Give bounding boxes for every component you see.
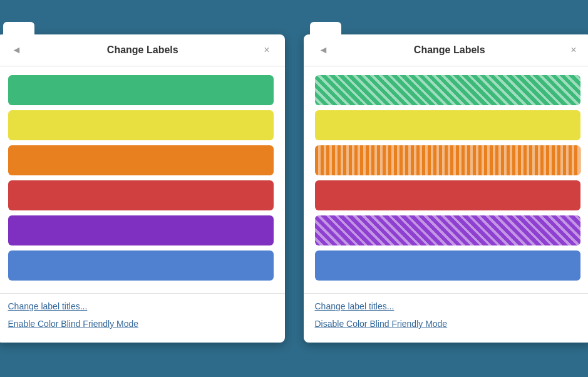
label-bar-blue-plain[interactable] [315, 250, 580, 281]
panel1-wrapper: ◄ Change Labels × Change label titles...… [0, 34, 285, 343]
panel2-accessibility-link[interactable]: Disable Color Blind Friendly Mode [315, 318, 580, 330]
panel2-back-button[interactable]: ◄ [315, 43, 333, 57]
panel2-footer: Change label titles... Disable Color Bli… [304, 293, 589, 330]
label-bar-yellow[interactable] [8, 110, 274, 140]
panel1-close-button[interactable]: × [260, 43, 273, 57]
panel1-header: ◄ Change Labels × [0, 34, 285, 66]
panel2-title: Change Labels [332, 44, 567, 56]
panel2-change-titles-link[interactable]: Change label titles... [315, 300, 580, 312]
panel1-labels [0, 66, 285, 289]
label-bar-purple-pattern[interactable] [315, 215, 580, 245]
change-labels-panel-2: ◄ Change Labels × Change label titles...… [304, 34, 589, 343]
label-bar-orange[interactable] [8, 145, 274, 175]
panel2-header: ◄ Change Labels × [304, 34, 589, 66]
change-labels-panel-1: ◄ Change Labels × Change label titles...… [0, 34, 285, 343]
label-bar-purple[interactable] [8, 215, 274, 245]
panel2-wrapper: ◄ Change Labels × Change label titles...… [304, 34, 589, 343]
panel2-close-button[interactable]: × [567, 43, 580, 57]
panel2-labels [304, 66, 589, 289]
panel1-footer: Change label titles... Enable Color Blin… [0, 293, 285, 330]
label-bar-orange-pattern[interactable] [315, 145, 580, 175]
label-bar-green-pattern[interactable] [315, 75, 580, 105]
panel1-tab [3, 22, 34, 38]
label-bar-yellow-plain[interactable] [315, 110, 580, 140]
label-bar-red-plain[interactable] [315, 180, 580, 210]
label-bar-red[interactable] [8, 180, 274, 210]
panel1-accessibility-link[interactable]: Enable Color Blind Friendly Mode [8, 318, 274, 330]
panel1-back-button[interactable]: ◄ [8, 43, 26, 57]
label-bar-green[interactable] [8, 75, 274, 105]
panel1-title: Change Labels [25, 44, 260, 56]
panel1-change-titles-link[interactable]: Change label titles... [8, 300, 274, 312]
panel2-tab [310, 22, 341, 38]
label-bar-blue[interactable] [8, 250, 274, 281]
